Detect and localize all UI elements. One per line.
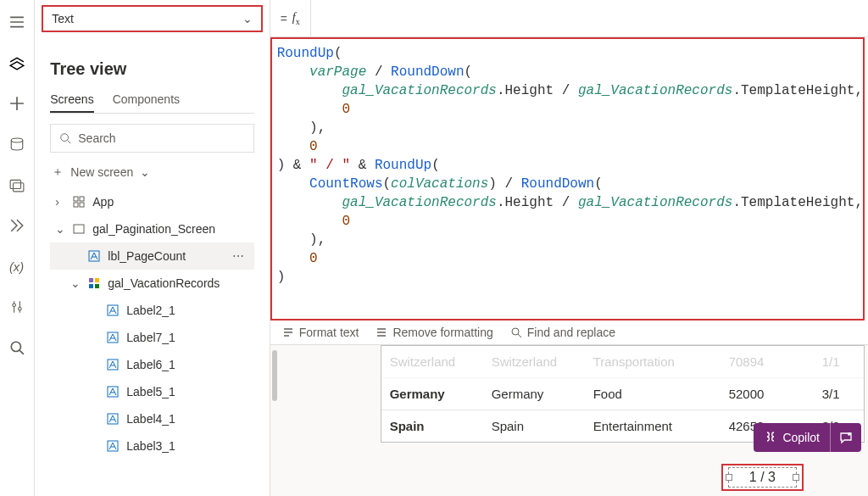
- tab-screens[interactable]: Screens: [50, 87, 93, 113]
- find-replace-button[interactable]: Find and replace: [510, 326, 615, 339]
- tree-item-app[interactable]: › App: [50, 188, 253, 215]
- tree-item-label: gal_VacationRecords: [108, 276, 253, 290]
- format-icon: [282, 326, 294, 338]
- power-automate-icon[interactable]: [8, 217, 25, 234]
- plus-icon[interactable]: [8, 95, 25, 112]
- chevron-down-icon: ⌄: [70, 276, 81, 290]
- copilot-icon: [764, 431, 777, 444]
- media-icon[interactable]: [8, 176, 25, 193]
- tree-item-label2[interactable]: Label2_1: [50, 297, 253, 324]
- svg-rect-12: [74, 225, 84, 233]
- copilot-label: Copilot: [782, 431, 820, 444]
- label-icon: [106, 439, 120, 453]
- label-icon: [106, 412, 120, 426]
- formula-toolbar: Format text Remove formatting Find and r…: [270, 320, 868, 345]
- tree-view-icon[interactable]: [8, 54, 25, 71]
- search-icon: [510, 326, 522, 338]
- table-row: SwitzerlandSwitzerlandTransportation7089…: [381, 346, 864, 378]
- tree-item-selected[interactable]: lbl_PageCount ⋯: [50, 242, 253, 270]
- label-icon: [106, 331, 120, 344]
- svg-rect-17: [95, 284, 99, 288]
- remove-formatting-button[interactable]: Remove formatting: [376, 326, 492, 339]
- svg-text:(x): (x): [9, 260, 24, 274]
- formula-bar[interactable]: RoundUp( varPage / RoundDown( gal_Vacati…: [270, 37, 865, 320]
- svg-point-6: [11, 342, 20, 351]
- remove-format-icon: [376, 326, 387, 338]
- svg-rect-1: [10, 180, 20, 188]
- svg-rect-11: [80, 203, 84, 207]
- svg-point-4: [13, 304, 16, 307]
- search-icon: [59, 132, 71, 144]
- svg-point-24: [512, 328, 519, 335]
- new-screen-button[interactable]: ＋ New screen ⌄: [50, 159, 253, 188]
- scrollbar[interactable]: [270, 345, 279, 496]
- format-text-button[interactable]: Format text: [282, 326, 359, 339]
- tree-item-screen[interactable]: ⌄ gal_Pagination_Screen: [50, 215, 253, 242]
- chevron-down-icon: ⌄: [55, 222, 65, 236]
- data-icon[interactable]: [8, 136, 25, 153]
- svg-rect-14: [89, 278, 93, 282]
- variables-icon[interactable]: (x): [8, 258, 25, 275]
- screen-icon: [72, 222, 86, 236]
- tree-panel: Text ⌄ Tree view Screens Components Sear…: [35, 0, 270, 496]
- tree-item-label6[interactable]: Label6_1: [50, 351, 253, 378]
- tools-icon[interactable]: [8, 298, 25, 315]
- search-placeholder: Search: [78, 131, 115, 145]
- chevron-right-icon: ›: [55, 195, 65, 209]
- tree-item-label: App: [92, 195, 253, 209]
- new-screen-label: New screen: [70, 165, 133, 179]
- property-dropdown-value: Text: [52, 12, 74, 25]
- chevron-down-icon: ⌄: [140, 165, 150, 179]
- label-icon: [106, 304, 120, 317]
- svg-point-7: [61, 134, 69, 142]
- app-icon: [72, 195, 86, 209]
- property-dropdown[interactable]: Text ⌄: [42, 5, 262, 32]
- canvas[interactable]: SwitzerlandSwitzerlandTransportation7089…: [270, 345, 868, 496]
- svg-rect-15: [95, 278, 99, 282]
- tree-item-label7[interactable]: Label7_1: [50, 324, 253, 351]
- page-count-label: 1 / 3: [728, 467, 797, 488]
- tree-item-label: gal_Pagination_Screen: [92, 222, 253, 236]
- fx-icon[interactable]: fx: [292, 11, 303, 26]
- search-input[interactable]: Search: [50, 124, 253, 153]
- plus-icon: ＋: [52, 164, 64, 180]
- right-col: = fx RoundUp( varPage / RoundDown( gal_V…: [270, 0, 868, 496]
- equals-label: =: [275, 12, 292, 25]
- tree-item-label3[interactable]: Label3_1: [50, 432, 253, 460]
- svg-rect-8: [74, 197, 78, 201]
- tree: › App ⌄ gal_Pagination_Screen lbl_PageCo…: [50, 188, 253, 460]
- label-icon: [106, 358, 120, 371]
- tree-item-label: lbl_PageCount: [108, 249, 225, 263]
- label-icon: [106, 385, 120, 398]
- svg-rect-9: [80, 197, 84, 201]
- tree-item-label5[interactable]: Label5_1: [50, 378, 253, 405]
- page-count-control[interactable]: 1 / 3: [721, 464, 804, 491]
- panel-title: Tree view: [50, 59, 253, 79]
- tree-item-label4[interactable]: Label4_1: [50, 405, 253, 432]
- svg-rect-16: [89, 284, 93, 288]
- search-icon[interactable]: [8, 339, 25, 356]
- svg-rect-10: [74, 203, 78, 207]
- label-icon: [87, 249, 101, 263]
- copilot-chat-icon[interactable]: +: [830, 423, 861, 452]
- tab-components[interactable]: Components: [113, 87, 180, 113]
- copilot-button[interactable]: Copilot +: [754, 423, 861, 452]
- left-icon-rail: (x): [0, 0, 35, 496]
- tree-item-gallery[interactable]: ⌄ gal_VacationRecords: [50, 270, 253, 297]
- svg-rect-2: [14, 183, 24, 192]
- more-icon[interactable]: ⋯: [232, 249, 254, 263]
- hamburger-icon[interactable]: [8, 14, 25, 31]
- svg-point-5: [19, 307, 22, 310]
- svg-point-0: [11, 138, 23, 142]
- table-row: GermanyGermanyFood520003/1: [381, 378, 864, 410]
- chevron-down-icon: ⌄: [242, 12, 253, 25]
- gallery-icon: [87, 276, 101, 290]
